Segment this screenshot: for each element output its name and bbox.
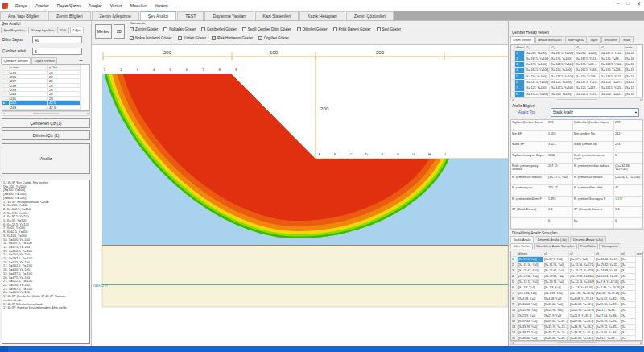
tab-nav-arrows[interactable]: ◂ ▸ [79,58,83,62]
grid-cell[interactable]: [X=-125, Y=237... [600,80,625,85]
circle-count-input[interactable]: 5 [32,48,82,55]
tab-dayanma-yap-lar[interactable]: Dayanma Yapıları [204,11,254,20]
menu-veriler[interactable]: Veriler [106,3,126,8]
checkbox-zemini-g-ster[interactable]: ✓Zemini Göster [130,27,158,31]
minimize-icon[interactable]: – [617,1,619,6]
grid-cell[interactable]: [X=-137.5, Y=22... [575,80,600,85]
menu-ayarlar[interactable]: Ayarlar [31,3,53,8]
grid-cell[interactable]: [X=-125, Y=100] [550,80,575,85]
grid-cell[interactable]: [X=10.02, Y=-82.5] [569,302,595,308]
table-row[interactable]: 8[X=4.08, Y=0][X=4.08, Y=0][X=4.08, Y=-7… [511,296,642,302]
grid-row-header[interactable]: 8 [511,296,518,302]
grid-cell[interactable]: [X=-260, Y=100] [575,51,600,56]
grid-cell[interactable]: [X=-150, Y=100] [550,68,575,73]
grid-row-header[interactable]: 10 [511,308,518,313]
checkbox-evi-g-ster[interactable]: Şevi Göster [377,27,402,31]
grid-cell[interactable]: [X=-187.5, Y=11... [600,51,625,56]
grid-cell[interactable]: 3 [515,62,525,68]
grid-cell[interactable]: [X=-19.68, Y=-46.5] [569,274,595,280]
grid-cell[interactable]: [X= [621,291,636,296]
tab-dilim-verileri[interactable]: Dilim Verileri [510,36,535,43]
grid-cell[interactable]: [X=-260, Y=100] [525,51,550,56]
2d-button[interactable]: 2D [114,24,125,39]
grid-cell[interactable]: [X=4.08, Y=-79.13] [595,291,621,296]
grid-cell[interactable]: [X=-13.74, Y=0] [518,280,543,285]
tab-final-tablo[interactable]: Final Tablo [578,243,598,249]
grid-cell[interactable]: [X=-1.86, Y=0] [518,291,543,296]
grid-cell[interactable]: [X=-16 [625,56,637,62]
grid-cell[interactable]: [X=15.96, Y=0] [543,308,569,313]
draw-slices-button[interactable]: Dilimleri Çiz (2) [2,130,90,140]
table-row[interactable]: 1[X=-260, Y=100][X=-187.5, Y=100][X=-260… [511,51,642,56]
grid-cell[interactable]: [X=10.02, Y=-82... [595,296,621,302]
table-row[interactable]: 9[X=10.02, Y=0][X=10.02, Y=0][X=10.02, Y… [511,302,642,308]
checkbox-dilimleri-g-ster[interactable]: ✓Dilimleri Göster [297,27,328,31]
grid-cell[interactable]: [X=-37.5, Y=0] [518,257,543,263]
checkbox-kritik-daireyi-g-ster[interactable]: Kritik Daireyi Göster [333,27,371,31]
grid-cell[interactable]: [X=10.02, Y=0] [518,302,543,308]
checkbox-y-zleri-g-ster[interactable]: Yüzleri Göster [178,36,207,40]
grid-cell[interactable]: [X=-7.8, Y=0] [518,285,543,291]
table-row[interactable]: 2[X=-31.56, Y=0][X=-31.56, Y=0][X=-31.56… [511,263,642,268]
table-row[interactable]: 24342.5 [2,106,89,110]
log-output[interactable]: 17:45:37 Şev Çizildi. Şev verileri:[X=-3… [2,180,90,344]
grid-cell[interactable]: 5 [515,74,525,80]
grid-cell[interactable]: [X=4.08, Y=0] [543,296,569,302]
table-row[interactable]: 10[X=15.96, Y=0][X=15.96, Y=0][X=15.96, … [511,308,642,313]
grid-cell[interactable]: [X=-100, Y=100] [550,92,575,97]
draw-circles-button[interactable]: Çemberleri Çiz (1) [2,118,90,128]
grid-row-header[interactable] [2,106,10,110]
grid-cell[interactable]: [X=-125, Y=237... [575,85,600,91]
checkbox-emberleri-g-ster[interactable]: Çemberleri Göster [201,27,237,31]
grid-cell[interactable]: [X=-1.86, Y=0] [543,291,569,296]
tab-ev-analizi[interactable]: Şev Analizi [140,11,176,20]
analysis-type-dropdown[interactable]: Statik Analiz ▾ [551,108,639,117]
tab-kaz-k-hesaplar[interactable]: Kazık Hesapları [299,11,345,20]
grid-cell[interactable]: [X= [621,330,636,336]
grid-cell[interactable]: [X=-150, Y=206... [575,74,600,80]
grid-row-header[interactable]: 6 [511,285,518,291]
checkbox-risk-haritas-n-g-ster[interactable]: ✓Risk Haritasını Göster [212,36,253,40]
table-row[interactable]: 3[X=-175, Y=100][X=-162.5, Y=100][X=-175… [511,62,642,68]
grid-cell[interactable]: [X= [621,274,636,280]
grid-cell[interactable]: [X=21.9, Y=-85.1] [569,313,595,319]
grid-cell[interactable]: [X=-175, Y=100] [525,62,550,68]
grid-cell[interactable]: [X=33.78, Y=-23...] [543,325,569,330]
grid-cell[interactable]: [X=-19.68, Y=0] [518,274,543,280]
checkbox-rg-leri-g-ster[interactable]: ✓Örgüleri Göster [258,36,289,40]
grid-cell[interactable]: [X= [621,280,636,285]
tab-zemin-i-yile-tirme[interactable]: Zemin İyileştirme [92,11,139,20]
grid-cell[interactable]: [X=39.72, Y=0] [518,330,543,336]
grid-cell[interactable]: [X=-112.5, Y=100] [550,85,575,91]
table-row[interactable]: 1[X=-37.5, Y=0][X=-37.5, Y=0][X=-37.5, Y… [511,257,642,263]
sidebar-grid-hscrollbar[interactable]: ◂▸ [2,111,90,116]
grid-cell[interactable]: [X=21.9, Y=0] [543,313,569,319]
grid-cell[interactable]: [X=-25.62, Y=-32... [595,263,621,268]
grid1-hscrollbar[interactable]: ◂▸ [510,97,643,101]
grid-cell[interactable]: 2 [515,56,525,62]
menu-ara-lar[interactable]: Araçlar [85,3,106,8]
grid-cell[interactable]: [X=45.66, Y=-84... [595,330,621,336]
grid-cell[interactable]: [X=27.84, Y=-86.4] [569,319,595,325]
checkbox-se-ili-ember-dilim-g-ster[interactable]: Seçili Çember Dilim Göster [242,27,291,31]
table-row[interactable]: 7[X=-1.86, Y=0][X=-1.86, Y=0][X=-1.86, Y… [511,291,642,296]
maximize-icon[interactable]: □ [626,1,630,6]
tab-di-er[interactable]: Diğer [70,27,85,33]
grid-cell[interactable]: [X=-10 [625,92,637,97]
grid-cell[interactable]: [X=39.72, Y=-85... [595,325,621,330]
grid-cell[interactable]: [X=-7.8, Y=-67.05] [595,280,621,285]
grid-cell[interactable]: [X=-15 [625,62,637,68]
grid-cell[interactable]: [X=33.78, Y=0] [518,325,543,330]
grid-cell[interactable]: [X=-31.56, Y=-17... [595,257,621,263]
tab-di-er-verileri[interactable]: Diğer Verileri [31,57,57,64]
grid-cell[interactable]: [X=21.9, Y=0] [518,313,543,319]
grid-cell[interactable]: 42.5 [48,106,80,110]
grid-cell[interactable]: [X= [621,319,636,325]
tab-y-k[interactable]: Yük [57,27,69,33]
grid-cell[interactable]: [X=-137.5, Y=22... [600,74,625,80]
grid-cell[interactable]: [X=4.08, Y=0] [518,296,543,302]
grid-cell[interactable]: [X=39.72, Y=-26...] [543,330,569,336]
grid-cell[interactable]: [X=-31.56, Y=0] [543,263,569,268]
tab-ana-yap-bilgileri[interactable]: Ana Yapı Bilgileri [0,11,47,20]
tab-mafe[interactable]: mafe [621,36,634,43]
